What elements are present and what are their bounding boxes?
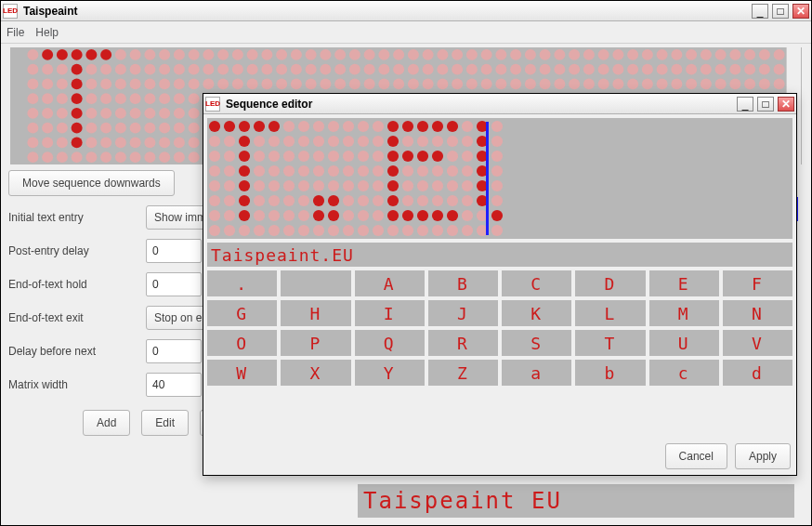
glyph-P[interactable]: P [281,330,350,356]
svg-point-162 [115,93,126,104]
svg-point-88 [554,64,565,75]
glyph-G[interactable]: G [207,300,277,326]
end-of-text-hold-input[interactable] [146,272,202,296]
svg-point-540 [268,210,280,221]
glyph-J[interactable]: J [428,300,498,326]
svg-point-500 [268,180,280,191]
svg-point-312 [27,137,38,148]
svg-point-33 [510,49,521,60]
glyph-Y[interactable]: Y [355,360,425,386]
glyph-Z[interactable]: Z [428,360,498,386]
svg-point-472 [447,151,458,162]
delay-before-next-label: Delay before next [8,345,138,358]
glyph-C[interactable]: C [502,270,571,296]
svg-point-161 [100,93,111,104]
svg-point-463 [313,151,324,162]
svg-point-0 [27,49,38,60]
glyph-.[interactable]: . [207,270,277,296]
minimize-button[interactable]: _ [752,4,768,19]
svg-point-10 [174,49,185,60]
svg-point-510 [417,180,428,191]
matrix-width-input[interactable] [146,373,202,397]
svg-point-444 [328,136,339,147]
svg-point-71 [306,64,317,75]
svg-point-546 [358,210,369,221]
glyph-B[interactable]: B [428,270,498,296]
main-titlebar[interactable]: LED Taispeaint _ □ ✕ [1,1,811,21]
svg-point-493 [462,165,473,177]
svg-point-100 [729,64,740,75]
post-entry-delay-input[interactable] [146,239,202,263]
svg-point-517 [224,195,235,206]
svg-point-77 [393,64,404,75]
dialog-minimize-button[interactable]: _ [737,97,753,112]
glyph-K[interactable]: K [502,300,571,326]
svg-point-262 [57,123,68,134]
glyph-D[interactable]: D [575,270,645,296]
apply-button[interactable]: Apply [735,443,791,469]
glyph-L[interactable]: L [575,300,645,326]
glyph-b[interactable]: b [575,360,645,386]
glyph-U[interactable]: U [649,330,719,356]
menu-help[interactable]: Help [35,26,59,39]
add-button[interactable]: Add [83,410,130,436]
dialog-titlebar[interactable]: LED Sequence editor _ □ ✕ [203,94,796,114]
svg-point-466 [358,151,369,162]
svg-point-556 [209,225,220,236]
maximize-button[interactable]: □ [772,4,789,19]
svg-point-470 [417,151,428,162]
svg-point-317 [100,137,111,148]
dialog-close-button[interactable]: ✕ [778,97,794,112]
glyph-a[interactable]: a [502,360,571,386]
glyph-d[interactable]: d [723,360,792,386]
glyph-E[interactable]: E [649,270,719,296]
glyph-M[interactable]: M [649,300,719,326]
svg-point-543 [313,210,324,221]
svg-point-461 [283,151,295,162]
glyph-W[interactable]: W [207,360,277,386]
svg-point-496 [209,180,220,191]
glyph-H[interactable]: H [281,300,350,326]
svg-point-553 [462,210,473,221]
glyph-N[interactable]: N [723,300,792,326]
svg-point-536 [209,210,220,221]
glyph-T[interactable]: T [575,330,645,356]
svg-point-506 [358,180,369,191]
svg-point-425 [343,121,354,132]
svg-point-144 [612,78,623,89]
svg-point-18 [291,49,302,60]
svg-point-364 [27,151,38,163]
svg-point-108 [85,78,97,89]
dialog-maximize-button[interactable]: □ [757,97,774,112]
svg-point-67 [247,64,258,75]
glyph-O[interactable]: O [207,330,277,356]
svg-point-423 [313,121,324,132]
cancel-button[interactable]: Cancel [665,443,727,469]
text-entry[interactable]: Taispeaint.EU [207,243,792,267]
glyph-X[interactable]: X [281,360,350,386]
move-sequence-down-button[interactable]: Move sequence downwards [8,170,175,196]
menu-file[interactable]: File [7,26,24,39]
edit-button[interactable]: Edit [141,410,189,436]
glyph-S[interactable]: S [502,330,571,356]
svg-point-497 [224,180,235,191]
glyph-V[interactable]: V [723,330,792,356]
glyph-A[interactable]: A [355,270,425,296]
glyph-I[interactable]: I [355,300,425,326]
glyph-space[interactable] [281,270,350,296]
glyph-F[interactable]: F [723,270,792,296]
delay-before-next-input[interactable] [146,339,202,363]
glyph-R[interactable]: R [428,330,498,356]
svg-point-136 [495,78,506,89]
svg-point-468 [387,151,399,162]
glyph-c[interactable]: c [649,360,719,386]
svg-point-155 [774,78,785,89]
close-button[interactable]: ✕ [792,4,809,19]
svg-point-447 [373,136,384,147]
svg-point-264 [85,123,97,134]
glyph-Q[interactable]: Q [355,330,425,356]
svg-point-91 [598,64,609,75]
svg-point-260 [27,123,38,134]
sequence-preview[interactable] [207,118,792,239]
svg-point-45 [686,49,697,60]
